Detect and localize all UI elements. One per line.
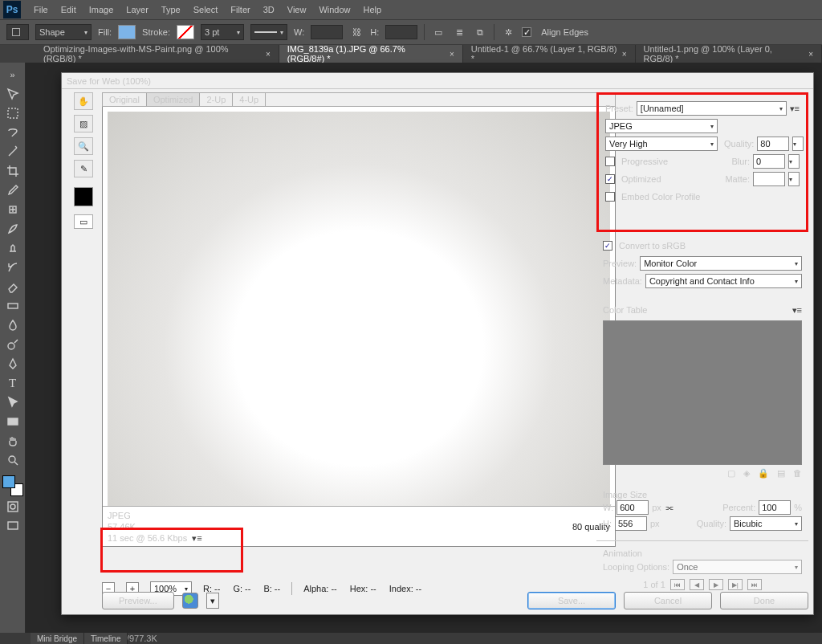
first-frame-button[interactable]: ⏮	[670, 579, 685, 590]
document-tab[interactable]: Untitled-1 @ 66.7% (Layer 1, RGB/8) *×	[463, 45, 636, 63]
marquee-tool-icon[interactable]	[3, 104, 22, 122]
view-tab-2up[interactable]: 2-Up	[200, 93, 233, 106]
stroke-style-dropdown[interactable]	[250, 24, 287, 40]
foreground-background-color[interactable]	[2, 475, 23, 496]
quality-input[interactable]	[757, 137, 789, 151]
ct-map-icon[interactable]: ▤	[777, 468, 785, 479]
brush-tool-icon[interactable]	[3, 220, 22, 238]
preview-profile-dropdown[interactable]: Monitor Color	[640, 256, 802, 271]
file-format-dropdown[interactable]: JPEG	[605, 119, 718, 133]
history-brush-tool-icon[interactable]	[3, 259, 22, 276]
ct-new-icon[interactable]: ▢	[727, 468, 735, 479]
last-frame-button[interactable]: ⏭	[747, 579, 762, 590]
shape-mode-dropdown[interactable]: Shape	[35, 24, 92, 40]
image-width-input[interactable]	[616, 500, 649, 515]
blur-tool-icon[interactable]	[3, 316, 22, 334]
menu-file[interactable]: File	[27, 5, 55, 14]
close-icon[interactable]: ×	[266, 50, 271, 59]
image-percent-input[interactable]	[759, 500, 791, 515]
slice-select-icon[interactable]: ▨	[74, 115, 93, 132]
lasso-tool-icon[interactable]	[3, 124, 22, 141]
gradient-tool-icon[interactable]	[3, 297, 22, 315]
matte-color-swatch[interactable]	[753, 172, 785, 186]
image-preview[interactable]: JPEG 57.46K 11 sec @ 56.6 Kbps ▾≡ 80 qua…	[102, 107, 616, 547]
screen-mode-icon[interactable]	[3, 517, 22, 535]
gear-icon[interactable]: ✲	[501, 25, 515, 39]
menu-type[interactable]: Type	[155, 5, 187, 14]
document-tab[interactable]: IMG_8139a (1).JPG @ 66.7% (RGB/8#) *×	[279, 45, 463, 63]
convert-srgb-checkbox[interactable]: ✓	[603, 241, 612, 251]
move-tool-icon[interactable]	[3, 85, 22, 103]
stroke-width-dropdown[interactable]: 3 pt	[201, 24, 244, 40]
close-icon[interactable]: ×	[450, 50, 454, 59]
view-tab-4up[interactable]: 4-Up	[233, 93, 266, 106]
width-field[interactable]	[311, 25, 343, 39]
image-height-input[interactable]	[615, 516, 647, 531]
blur-slider-icon[interactable]	[788, 154, 800, 169]
height-field[interactable]	[385, 25, 417, 39]
blur-input[interactable]	[753, 154, 785, 169]
link-wh-icon[interactable]: ⛓	[349, 25, 364, 39]
zoom-tool-icon[interactable]	[3, 451, 22, 469]
align-edges-checkbox[interactable]: ✓	[522, 27, 531, 37]
collapse-icon[interactable]: »	[3, 66, 22, 84]
preset-menu-icon[interactable]: ▾≡	[790, 104, 800, 114]
metadata-dropdown[interactable]: Copyright and Contact Info	[645, 274, 802, 288]
quick-mask-icon[interactable]	[3, 498, 22, 516]
preview-button[interactable]: Preview...	[102, 592, 174, 609]
pen-tool-icon[interactable]	[3, 355, 22, 373]
menu-window[interactable]: Window	[312, 5, 356, 14]
ct-trash-icon[interactable]: 🗑	[793, 468, 802, 479]
healing-brush-tool-icon[interactable]	[3, 201, 22, 218]
path-select-tool-icon[interactable]	[3, 393, 22, 411]
path-arrange-icon[interactable]: ⧉	[473, 25, 487, 39]
play-button[interactable]: ▶	[709, 579, 723, 590]
quality-slider-icon[interactable]	[792, 137, 804, 151]
document-tab[interactable]: Optimizing-Images-with-MS-Paint.png @ 10…	[35, 45, 279, 63]
optimized-checkbox[interactable]: ✓	[605, 174, 615, 184]
panel-tab-timeline[interactable]: Timeline	[84, 633, 128, 644]
ct-web-icon[interactable]: ◈	[743, 468, 750, 479]
hand-tool-icon[interactable]	[3, 432, 22, 450]
browser-preview-dropdown[interactable]: ▾	[206, 593, 219, 609]
type-tool-icon[interactable]: T	[3, 374, 22, 392]
menu-help[interactable]: Help	[357, 5, 389, 14]
crop-tool-icon[interactable]	[3, 162, 22, 180]
view-tab-optimized[interactable]: Optimized	[147, 93, 201, 106]
preset-dropdown[interactable]: [Unnamed]	[637, 101, 787, 116]
menu-filter[interactable]: Filter	[224, 5, 256, 14]
path-ops-icon[interactable]: ▭	[431, 25, 446, 39]
close-icon[interactable]: ×	[622, 50, 627, 59]
fill-color-swatch[interactable]	[118, 25, 136, 39]
dodge-tool-icon[interactable]	[3, 336, 22, 353]
zoom-icon[interactable]: 🔍	[74, 137, 93, 155]
menu-select[interactable]: Select	[187, 5, 225, 14]
clone-stamp-tool-icon[interactable]	[3, 239, 22, 257]
progressive-checkbox[interactable]	[605, 157, 615, 166]
rectangle-tool-icon[interactable]	[3, 413, 22, 430]
matte-dropdown-icon[interactable]	[788, 172, 800, 186]
eraser-tool-icon[interactable]	[3, 278, 22, 296]
menu-image[interactable]: Image	[83, 5, 120, 14]
hand-icon[interactable]: ✋	[74, 92, 93, 110]
close-icon[interactable]: ×	[808, 50, 813, 59]
quality-level-dropdown[interactable]: Very High	[605, 137, 718, 151]
slice-visibility-toggle[interactable]: ▭	[74, 214, 93, 229]
next-frame-button[interactable]: ▶|	[728, 579, 743, 590]
embed-profile-checkbox[interactable]	[605, 192, 615, 202]
constrain-proportions-icon[interactable]: ⫘	[665, 503, 673, 512]
path-align-icon[interactable]: ≣	[452, 25, 466, 39]
menu-edit[interactable]: Edit	[55, 5, 83, 14]
menu-3d[interactable]: 3D	[257, 5, 281, 14]
eyedropper-color-swatch[interactable]	[74, 187, 93, 206]
browser-preview-icon[interactable]	[182, 593, 198, 609]
stroke-color-swatch[interactable]	[177, 25, 194, 39]
color-table-menu-icon[interactable]: ▾≡	[792, 305, 802, 316]
menu-layer[interactable]: Layer	[120, 5, 155, 14]
magic-wand-tool-icon[interactable]	[3, 143, 22, 161]
tool-preset-picker[interactable]	[6, 24, 29, 40]
document-tab[interactable]: Untitled-1.png @ 100% (Layer 0, RGB/8) *…	[636, 45, 822, 63]
panel-tab-minibridge[interactable]: Mini Bridge	[31, 633, 84, 644]
resample-dropdown[interactable]: Bicubic	[730, 516, 802, 531]
ct-lock-icon[interactable]: 🔒	[758, 468, 769, 479]
